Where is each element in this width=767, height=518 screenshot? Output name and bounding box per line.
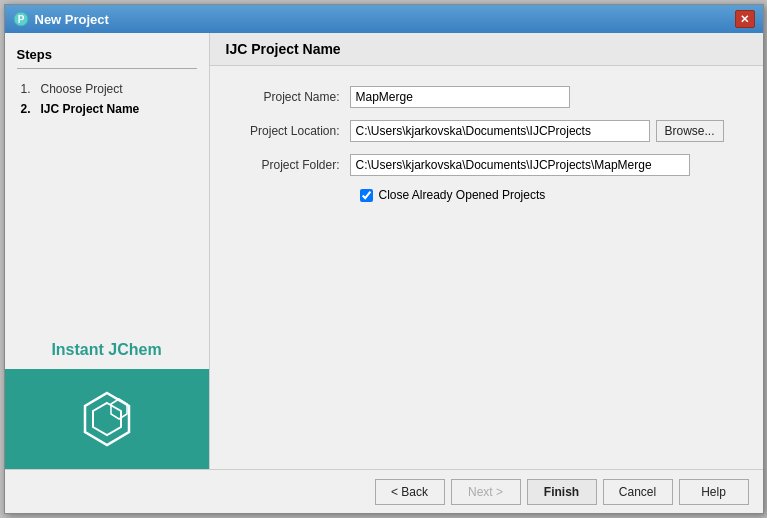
step-2-label: IJC Project Name	[41, 102, 140, 116]
svg-text:P: P	[17, 14, 24, 25]
new-project-window: P New Project ✕ Steps 1. Choose Project …	[4, 4, 764, 514]
window-icon: P	[13, 11, 29, 27]
close-projects-checkbox[interactable]	[360, 189, 373, 202]
close-button[interactable]: ✕	[735, 10, 755, 28]
svg-marker-3	[93, 403, 121, 435]
main-body: Project Name: Project Location: Browse..…	[210, 66, 763, 469]
back-button[interactable]: < Back	[375, 479, 445, 505]
footer: < Back Next > Finish Cancel Help	[5, 469, 763, 513]
project-location-label: Project Location:	[230, 124, 350, 138]
window-title: New Project	[35, 12, 735, 27]
project-location-input[interactable]	[350, 120, 650, 142]
steps-title: Steps	[17, 47, 197, 69]
project-name-row: Project Name:	[230, 86, 743, 108]
step-1-number: 1.	[21, 82, 31, 96]
cancel-button[interactable]: Cancel	[603, 479, 673, 505]
step-2-number: 2.	[21, 102, 31, 116]
hex-icon	[77, 389, 137, 449]
brand-label: Instant JChem	[5, 331, 209, 369]
sidebar-logo	[5, 369, 209, 469]
project-folder-row: Project Folder:	[230, 154, 743, 176]
project-folder-label: Project Folder:	[230, 158, 350, 172]
title-bar: P New Project ✕	[5, 5, 763, 33]
finish-button[interactable]: Finish	[527, 479, 597, 505]
content-area: Steps 1. Choose Project 2. IJC Project N…	[5, 33, 763, 469]
sidebar: Steps 1. Choose Project 2. IJC Project N…	[5, 33, 210, 469]
step-1: 1. Choose Project	[17, 79, 197, 99]
project-folder-input[interactable]	[350, 154, 690, 176]
step-2: 2. IJC Project Name	[17, 99, 197, 119]
step-1-label: Choose Project	[41, 82, 123, 96]
project-name-label: Project Name:	[230, 90, 350, 104]
main-header: IJC Project Name	[210, 33, 763, 66]
project-name-input[interactable]	[350, 86, 570, 108]
help-button[interactable]: Help	[679, 479, 749, 505]
steps-panel: Steps 1. Choose Project 2. IJC Project N…	[5, 33, 209, 331]
close-projects-label: Close Already Opened Projects	[379, 188, 546, 202]
close-projects-row: Close Already Opened Projects	[360, 188, 743, 202]
browse-button[interactable]: Browse...	[656, 120, 724, 142]
main-panel: IJC Project Name Project Name: Project L…	[210, 33, 763, 469]
next-button[interactable]: Next >	[451, 479, 521, 505]
project-location-row: Project Location: Browse...	[230, 120, 743, 142]
